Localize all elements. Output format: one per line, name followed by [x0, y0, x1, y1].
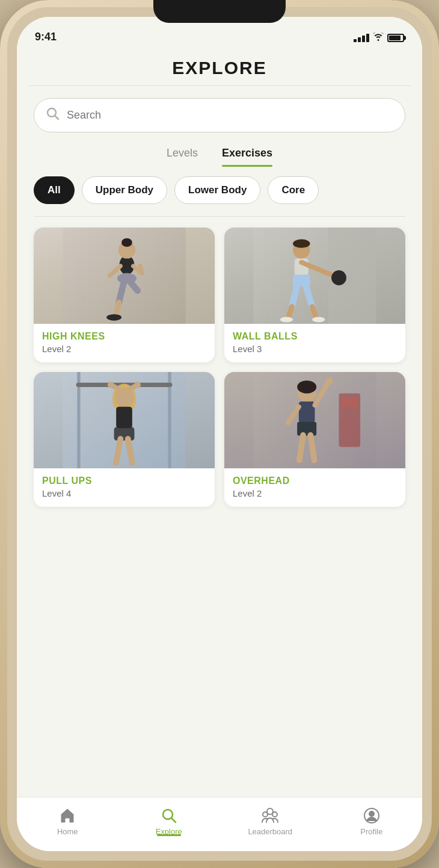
svg-line-24 [288, 307, 292, 319]
exercise-image-pull-ups [34, 372, 215, 468]
filter-all[interactable]: All [34, 176, 75, 204]
tab-levels[interactable]: Levels [167, 147, 198, 166]
nav-label-home: Home [57, 827, 78, 836]
bottom-nav: Home Explore Leaderboard [17, 797, 422, 851]
signal-bar-4 [366, 34, 369, 42]
svg-point-50 [325, 377, 333, 385]
wall-balls-svg [224, 228, 405, 324]
search-bar[interactable] [34, 98, 405, 132]
exercise-image-wall-balls [224, 228, 405, 324]
exercise-card-pull-ups[interactable]: PULL UPS Level 4 [34, 372, 215, 507]
phone-frame: 9:41 EXPLORE [0, 0, 439, 868]
svg-rect-48 [299, 401, 315, 423]
signal-bar-2 [358, 37, 361, 42]
svg-point-61 [369, 811, 375, 817]
svg-rect-39 [116, 407, 132, 429]
signal-bar-3 [362, 36, 365, 42]
exercise-name-wall-balls: WALL BALLS [233, 331, 397, 342]
card-info-wall-balls: WALL BALLS Level 3 [224, 324, 405, 362]
section-divider [34, 216, 405, 217]
nav-item-leaderboard[interactable]: Leaderboard [220, 807, 321, 836]
exercise-level-pull-ups: Level 4 [42, 488, 206, 498]
svg-point-21 [331, 270, 346, 285]
svg-line-1 [55, 116, 59, 120]
svg-rect-52 [297, 422, 316, 436]
exercise-name-pull-ups: PULL UPS [42, 476, 206, 486]
svg-point-27 [280, 317, 293, 322]
status-time: 9:41 [35, 31, 57, 43]
app-content: EXPLORE Levels Exercises [17, 48, 422, 797]
exercise-level-stretch: Level 2 [233, 488, 397, 498]
search-input[interactable] [67, 109, 393, 122]
nav-item-home[interactable]: Home [17, 807, 118, 836]
svg-line-13 [116, 302, 118, 315]
signal-bars [354, 34, 369, 42]
pull-ups-svg [34, 372, 215, 468]
exercise-name-stretch: OVERHEAD [233, 476, 397, 486]
notch [153, 0, 286, 23]
svg-point-37 [108, 382, 114, 388]
svg-rect-45 [342, 398, 358, 406]
status-icons [354, 33, 404, 43]
search-icon [46, 107, 60, 123]
filter-upper-body[interactable]: Upper Body [82, 176, 167, 204]
page-title: EXPLORE [17, 48, 422, 85]
phone-screen: 9:41 EXPLORE [17, 17, 422, 851]
svg-line-56 [171, 819, 176, 823]
svg-point-55 [163, 810, 173, 819]
wifi-icon [373, 33, 384, 43]
search-container [17, 86, 422, 142]
exercise-level-wall-balls: Level 3 [233, 344, 397, 354]
svg-line-8 [140, 266, 142, 273]
nav-label-leaderboard: Leaderboard [248, 827, 292, 836]
svg-point-28 [312, 317, 325, 322]
filter-lower-body[interactable]: Lower Body [174, 176, 260, 204]
svg-line-54 [310, 435, 314, 460]
svg-point-38 [134, 382, 141, 388]
tab-exercises[interactable]: Exercises [222, 147, 272, 166]
high-knees-svg [34, 228, 215, 324]
svg-point-18 [293, 240, 310, 248]
svg-rect-40 [114, 427, 135, 441]
exercise-card-stretch[interactable]: OVERHEAD Level 2 [224, 372, 405, 507]
nav-label-profile: Profile [360, 827, 382, 836]
filter-row: All Upper Body Lower Body Core [17, 166, 422, 210]
filter-core[interactable]: Core [268, 176, 319, 204]
stretch-svg [224, 372, 405, 468]
svg-point-14 [106, 314, 121, 321]
nav-item-profile[interactable]: Profile [321, 807, 423, 836]
exercise-card-high-knees[interactable]: HIGH KNEES Level 2 [34, 228, 215, 362]
card-info-stretch: OVERHEAD Level 2 [224, 468, 405, 507]
exercise-grid: HIGH KNEES Level 2 [17, 228, 422, 519]
leaderboard-icon [261, 807, 279, 825]
battery-icon [387, 34, 404, 42]
profile-icon [363, 807, 381, 825]
nav-item-explore[interactable]: Explore [118, 807, 220, 836]
svg-line-53 [299, 435, 303, 460]
exercise-image-high-knees [34, 228, 215, 324]
svg-point-59 [272, 812, 277, 817]
svg-point-47 [297, 380, 316, 393]
home-icon [58, 807, 76, 825]
card-info-high-knees: HIGH KNEES Level 2 [34, 324, 215, 362]
signal-bar-1 [354, 39, 357, 42]
tabs-container: Levels Exercises [17, 142, 422, 166]
card-info-pull-ups: PULL UPS Level 4 [34, 468, 215, 507]
explore-icon [160, 807, 178, 825]
exercise-card-wall-balls[interactable]: WALL BALLS Level 3 [224, 228, 405, 362]
svg-point-58 [263, 812, 268, 817]
svg-point-5 [121, 238, 132, 247]
exercise-image-stretch [224, 372, 405, 468]
nav-active-indicator [157, 834, 181, 836]
battery-fill [389, 36, 401, 40]
exercise-level-high-knees: Level 2 [42, 344, 206, 354]
exercise-name-high-knees: HIGH KNEES [42, 331, 206, 342]
